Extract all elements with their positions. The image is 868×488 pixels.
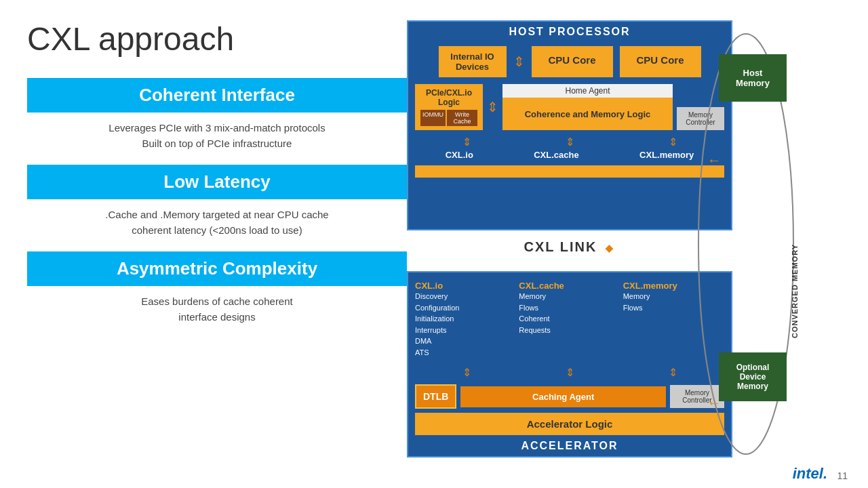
coherence-memory-box: Coherence and Memory Logic	[502, 98, 673, 130]
cpu-cores-row: Internal IO Devices ⇕ CPU Core CPU Core	[408, 46, 731, 77]
internal-io-box: Internal IO Devices	[439, 46, 507, 77]
low-latency-header: Low Latency	[27, 165, 407, 199]
cpu-core-2-box: CPU Core	[620, 46, 701, 77]
left-panel: CXL approach Coherent Interface Leverage…	[27, 20, 407, 338]
optional-device-memory-box: Optional Device Memory	[719, 352, 787, 401]
pcie-coherence-arrows: ⇕	[487, 84, 498, 130]
acc-bottom-row: DTLB Caching Agent Memory Controller	[408, 384, 731, 409]
accelerator-logic-bar: Accelerator Logic	[415, 413, 724, 435]
low-latency-desc: .Cache and .Memory targeted at near CPU …	[27, 207, 407, 238]
accelerator-box: CXL.io DiscoveryConfigurationInitializat…	[407, 271, 732, 458]
arrow-cpu-io: ⇕	[513, 54, 525, 70]
dtlb-box: DTLB	[415, 384, 456, 409]
iommu-label: IOMMU	[420, 110, 446, 126]
home-agent-area: Home Agent Coherence and Memory Logic	[502, 84, 673, 130]
cxl-memory-host-label: CXL.memory	[639, 150, 694, 160]
page-title: CXL approach	[27, 20, 407, 58]
cxl-io-col: CXL.io DiscoveryConfigurationInitializat…	[415, 281, 516, 358]
diagram-area: HOST PROCESSOR Internal IO Devices ⇕ CPU…	[407, 20, 787, 468]
write-cache-label: Write Cache	[447, 110, 477, 126]
cpu-core-1-box: CPU Core	[532, 46, 613, 77]
optional-memory-arrow: ←	[707, 395, 721, 411]
host-processor-box: HOST PROCESSOR Internal IO Devices ⇕ CPU…	[407, 20, 732, 230]
host-memory-arrow: ←	[707, 152, 721, 168]
accelerator-label: ACCELERATOR	[408, 436, 731, 456]
asymmetric-complexity-header: Asymmetric Complexity	[27, 251, 407, 286]
arrow-cxlcache: ⇕	[566, 136, 574, 148]
cxl-cache-col: CXL.cache MemoryFlowsCoherentRequests	[519, 281, 620, 358]
cxl-io-acc-items: DiscoveryConfigurationInitializationInte…	[415, 291, 516, 358]
cxl-cache-acc-items: MemoryFlowsCoherentRequests	[519, 291, 620, 336]
cxl-link-label: CXL LINK	[524, 239, 597, 255]
coherent-interface-desc: Leverages PCIe with 3 mix-and-match prot…	[27, 121, 407, 151]
page-number: 11	[837, 470, 848, 481]
pcie-cxl-box: PCIe/CXL.io Logic IOMMU Write Cache	[415, 84, 483, 130]
cxl-io-host-label: CXL.io	[446, 150, 473, 160]
converged-memory-label: CONVERGED MEMORY	[791, 244, 799, 338]
intel-logo: intel.	[793, 465, 827, 483]
cxl-protocols-row: CXL.io CXL.cache CXL.memory	[408, 150, 731, 160]
acc-arrows-up: ⇕ ⇕ ⇕	[408, 363, 731, 382]
pcie-cxl-label: PCIe/CXL.io Logic	[420, 88, 477, 107]
coherent-interface-block: Coherent Interface Leverages PCIe with 3…	[27, 78, 407, 151]
asymmetric-complexity-desc: Eases burdens of cache coherent interfac…	[27, 294, 407, 325]
arrow-cxlio: ⇕	[462, 136, 471, 148]
low-latency-block: Low Latency .Cache and .Memory targeted …	[27, 165, 407, 238]
home-agent-label: Home Agent	[502, 84, 673, 98]
cxl-link-area: CXL LINK ⬥	[407, 230, 732, 263]
host-arrows-row: ⇕ ⇕ ⇕	[408, 134, 731, 150]
coherent-interface-header: Coherent Interface	[27, 78, 407, 113]
cxl-cache-host-label: CXL.cache	[534, 150, 578, 160]
cxl-cache-acc-label: CXL.cache	[519, 281, 620, 291]
arrow-cxlmemory: ⇕	[669, 136, 677, 148]
caching-agent-box: Caching Agent	[460, 386, 666, 407]
host-orange-bar	[415, 165, 724, 178]
host-processor-label: HOST PROCESSOR	[408, 22, 731, 42]
cxl-link-arrow: ⬥	[604, 236, 615, 258]
cxl-columns: CXL.io DiscoveryConfigurationInitializat…	[408, 275, 731, 363]
asymmetric-complexity-block: Asymmetric Complexity Eases burdens of c…	[27, 251, 407, 325]
cxl-io-acc-label: CXL.io	[415, 281, 516, 291]
host-memory-box: Host Memory	[719, 54, 787, 102]
